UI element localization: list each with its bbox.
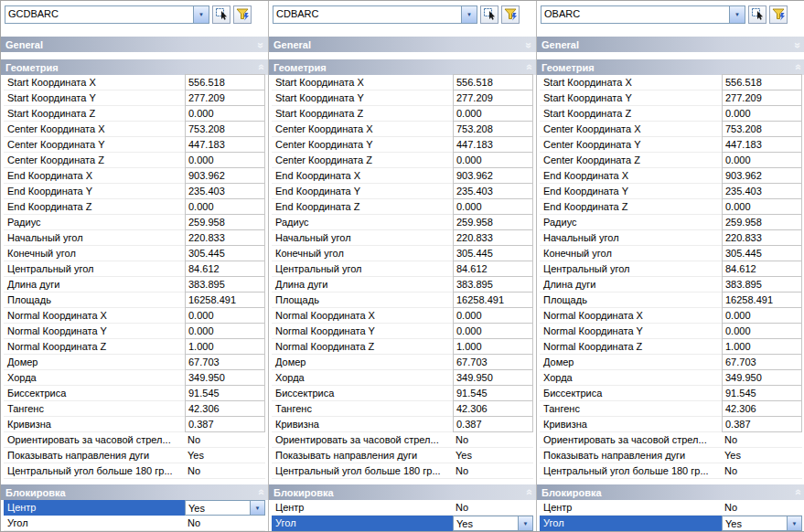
property-row[interactable]: ЦентрNo xyxy=(272,500,533,516)
object-selector-combo[interactable]: GCDBARC ▼ xyxy=(5,5,209,24)
combo-dropdown-button[interactable]: ▼ xyxy=(729,6,745,23)
property-row[interactable]: Радиус259.958 xyxy=(4,215,265,230)
property-value-input[interactable]: 753.208 xyxy=(185,121,265,137)
property-row[interactable]: Конечный угол305.445 xyxy=(4,246,265,261)
property-value-input[interactable]: 0.000 xyxy=(185,105,265,122)
collapse-section-icon[interactable]: » xyxy=(792,490,803,495)
property-row[interactable]: Start Координата X556.518 xyxy=(272,75,533,90)
property-value-input[interactable]: 305.445 xyxy=(453,245,533,261)
value-combo[interactable]: Yes▼ xyxy=(722,516,802,531)
property-row[interactable]: Тангенс42.306 xyxy=(4,401,265,417)
property-value-input[interactable]: 903.962 xyxy=(453,167,533,184)
property-value-input[interactable]: 220.833 xyxy=(722,229,802,246)
collapse-section-icon[interactable]: » xyxy=(255,490,266,495)
property-row[interactable]: Центральный угол84.612 xyxy=(540,261,802,277)
property-row[interactable]: Центральный угол84.612 xyxy=(272,261,533,277)
property-row[interactable]: Биссектриса91.545 xyxy=(272,386,533,401)
property-row[interactable]: Биссектриса91.545 xyxy=(4,386,265,401)
property-value-input[interactable]: 0.000 xyxy=(722,307,802,324)
property-value-input[interactable]: 903.962 xyxy=(185,167,265,184)
property-value-input[interactable]: 0.387 xyxy=(453,416,533,432)
property-row[interactable]: ЦентрYes▼ xyxy=(4,500,265,516)
property-row[interactable]: Биссектриса91.545 xyxy=(540,386,802,401)
property-row[interactable]: Normal Координата Y0.000 xyxy=(272,324,533,339)
property-row[interactable]: Длина дуги383.895 xyxy=(272,277,533,293)
property-row[interactable]: Normal Координата X0.000 xyxy=(4,308,265,324)
property-row[interactable]: Начальный угол220.833 xyxy=(540,230,802,246)
property-row[interactable]: End Координата X903.962 xyxy=(540,168,802,184)
property-row[interactable]: Радиус259.958 xyxy=(540,215,802,230)
property-row[interactable]: Center Координата Y447.183 xyxy=(540,137,802,153)
property-row[interactable]: УголYes▼ xyxy=(540,516,802,531)
property-row[interactable]: Центральный угол больше 180 гр...No xyxy=(540,463,802,479)
property-value-input[interactable]: 0.000 xyxy=(722,323,802,339)
combo-dropdown-button[interactable]: ▼ xyxy=(461,6,477,23)
property-value-input[interactable]: 1.000 xyxy=(185,338,265,355)
property-value-input[interactable]: 67.703 xyxy=(185,354,265,370)
property-row[interactable]: End Координата Z0.000 xyxy=(540,199,802,215)
property-row[interactable]: Кривизна0.387 xyxy=(4,417,265,432)
section-header-general[interactable]: General » xyxy=(1,37,268,52)
property-row[interactable]: Start Координата X556.518 xyxy=(540,75,802,90)
property-row[interactable]: Center Координата X753.208 xyxy=(4,122,265,137)
property-row[interactable]: Center Координата Z0.000 xyxy=(540,153,802,168)
property-value-input[interactable]: 42.306 xyxy=(722,400,802,417)
property-value-input[interactable]: 235.403 xyxy=(453,183,533,199)
property-value-input[interactable]: 42.306 xyxy=(453,400,533,417)
property-row[interactable]: Start Координата X556.518 xyxy=(4,75,265,90)
collapse-section-icon[interactable]: » xyxy=(255,65,266,70)
section-header-geometry[interactable]: Геометрия » xyxy=(1,59,268,75)
select-objects-button[interactable] xyxy=(480,5,498,24)
property-value[interactable]: Yes xyxy=(722,448,802,463)
property-row[interactable]: Хорда349.950 xyxy=(272,370,533,386)
property-row[interactable]: ЦентрNo xyxy=(540,500,802,516)
property-value-input[interactable]: 220.833 xyxy=(453,229,533,246)
property-row[interactable]: End Координата Z0.000 xyxy=(272,199,533,215)
property-row[interactable]: Показывать направления дугиYes xyxy=(272,448,533,463)
property-value-input[interactable]: 235.403 xyxy=(722,183,802,199)
property-value-input[interactable]: 0.000 xyxy=(185,323,265,339)
property-row[interactable]: End Координата Y235.403 xyxy=(4,184,265,199)
property-row[interactable]: Normal Координата X0.000 xyxy=(540,308,802,324)
property-value-input[interactable]: 42.306 xyxy=(185,400,265,417)
combo-dropdown-button[interactable]: ▼ xyxy=(518,516,532,530)
property-value-input[interactable]: 305.445 xyxy=(185,245,265,261)
combo-dropdown-button[interactable]: ▼ xyxy=(250,501,264,515)
property-value-input[interactable]: 383.895 xyxy=(722,276,802,293)
property-value-input[interactable]: 349.950 xyxy=(722,369,802,386)
value-combo[interactable]: Yes▼ xyxy=(185,500,265,516)
property-row[interactable]: Кривизна0.387 xyxy=(272,417,533,432)
property-row[interactable]: Хорда349.950 xyxy=(540,370,802,386)
property-row[interactable]: Center Координата X753.208 xyxy=(272,122,533,137)
property-value-input[interactable]: 67.703 xyxy=(722,354,802,370)
property-row[interactable]: Площадь16258.491 xyxy=(4,293,265,308)
collapse-section-icon[interactable]: » xyxy=(523,490,534,495)
property-value-input[interactable]: 1.000 xyxy=(722,338,802,355)
expand-section-icon[interactable]: » xyxy=(255,42,266,48)
property-value[interactable]: No xyxy=(185,516,265,531)
expand-section-icon[interactable]: » xyxy=(792,42,803,48)
section-header-lock[interactable]: Блокировка » xyxy=(1,484,268,500)
property-value-input[interactable]: 0.000 xyxy=(453,105,533,122)
property-row[interactable]: Normal Координата X0.000 xyxy=(272,308,533,324)
property-value-input[interactable]: 0.000 xyxy=(722,105,802,122)
property-row[interactable]: Площадь16258.491 xyxy=(540,293,802,308)
property-row[interactable]: Start Координата Y277.209 xyxy=(4,90,265,106)
property-row[interactable]: Center Координата Z0.000 xyxy=(272,153,533,168)
property-value-input[interactable]: 305.445 xyxy=(722,245,802,261)
property-row[interactable]: Center Координата Y447.183 xyxy=(272,137,533,153)
property-row[interactable]: Start Координата Y277.209 xyxy=(540,90,802,106)
collapse-section-icon[interactable]: » xyxy=(523,65,534,70)
property-row[interactable]: End Координата X903.962 xyxy=(272,168,533,184)
property-value[interactable]: No xyxy=(722,500,802,516)
property-value-input[interactable]: 67.703 xyxy=(453,354,533,370)
property-value-input[interactable]: 447.183 xyxy=(722,136,802,153)
property-row[interactable]: Normal Координата Z1.000 xyxy=(272,339,533,355)
property-row[interactable]: Center Координата Y447.183 xyxy=(4,137,265,153)
property-row[interactable]: Ориентировать за часовой стрел...No xyxy=(4,432,265,448)
property-value[interactable]: No xyxy=(722,432,802,448)
property-row[interactable]: Центральный угол больше 180 гр...No xyxy=(272,463,533,479)
quick-select-button[interactable] xyxy=(501,5,520,24)
property-row[interactable]: Центральный угол84.612 xyxy=(4,261,265,277)
property-value-input[interactable]: 447.183 xyxy=(185,136,265,153)
